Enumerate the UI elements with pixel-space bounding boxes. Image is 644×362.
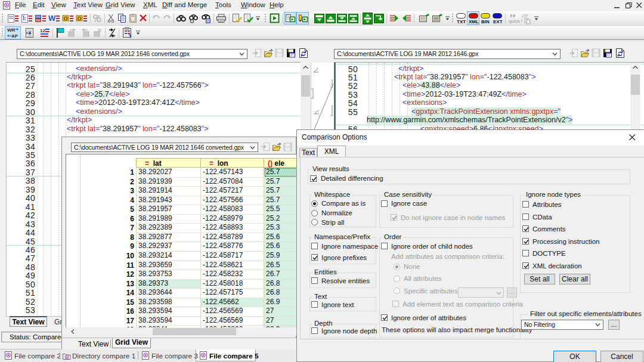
svg-text:t: t (521, 18, 522, 23)
svg-text:WR: WR (7, 27, 16, 33)
svg-text:AP: AP (11, 33, 18, 39)
svg-text:W: W (48, 14, 56, 23)
svg-text:O: O (64, 16, 68, 21)
svg-text:EXT: EXT (493, 19, 503, 24)
svg-text:BIN: BIN (481, 19, 490, 24)
svg-text:12: 12 (40, 28, 45, 33)
svg-text:ZIP: ZIP (522, 14, 528, 18)
svg-text:quick: quick (509, 18, 520, 24)
svg-text:TXT: TXT (457, 19, 466, 24)
svg-text:XML: XML (469, 19, 479, 24)
svg-text:O: O (78, 16, 82, 21)
